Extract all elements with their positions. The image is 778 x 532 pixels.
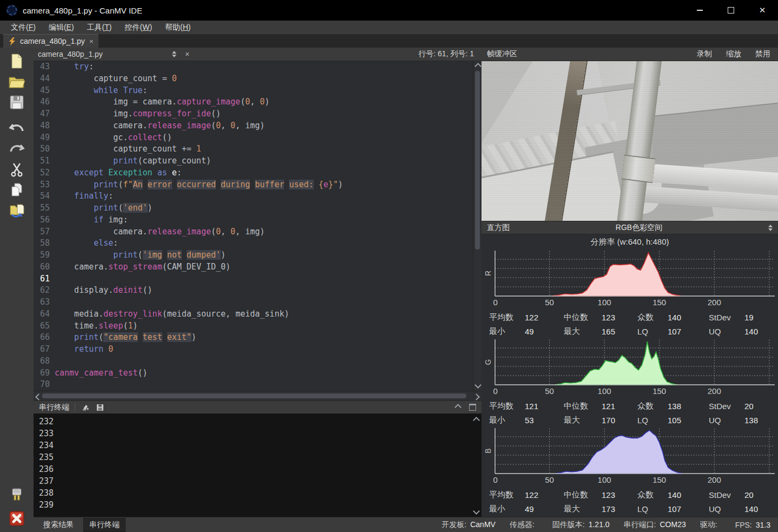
terminal-detach-icon[interactable] xyxy=(469,404,476,411)
image-grain xyxy=(482,61,778,221)
menu-item-E[interactable]: 编辑(E) xyxy=(42,21,81,34)
line-number: 57 xyxy=(34,226,55,238)
terminal-line: 232 xyxy=(39,416,482,428)
statusbar-tab-串行终端[interactable]: 串行终端 xyxy=(83,518,126,532)
stat-label: 最大 xyxy=(564,415,602,425)
token: ( xyxy=(211,121,216,130)
token: if xyxy=(94,215,103,225)
token xyxy=(172,180,177,189)
line-content: img.compress_for_ide() xyxy=(55,108,221,120)
token: deinit xyxy=(113,285,142,295)
token: test xyxy=(143,332,162,342)
token: capture_count += xyxy=(113,144,196,154)
redo-button[interactable] xyxy=(5,139,28,159)
code-line-61: 61 xyxy=(34,273,473,285)
token: not xyxy=(167,250,182,260)
cut-button[interactable] xyxy=(5,159,28,180)
serial-terminal[interactable]: 232233234235236237238239 xyxy=(34,413,482,517)
framebuffer-action-禁用[interactable]: 禁用 xyxy=(755,49,770,59)
save-file-button[interactable] xyxy=(5,92,28,113)
code-line-55: 55print('end') xyxy=(34,202,473,214)
x-tick: 0 xyxy=(493,298,497,307)
new-file-button[interactable] xyxy=(5,51,28,71)
editor-vscrollbar[interactable] xyxy=(473,61,482,391)
stat-value: 123 xyxy=(602,490,637,500)
statusbar-tab-搜索结果[interactable]: 搜索结果 xyxy=(38,518,79,531)
maximize-button[interactable] xyxy=(715,0,747,21)
line-content: gc.collect() xyxy=(55,132,172,144)
terminal-scroll-up-icon[interactable] xyxy=(473,417,480,424)
framebuffer-action-录制[interactable]: 录制 xyxy=(697,49,712,59)
tab-camera-480p-1[interactable]: camera_480p_1.py × xyxy=(3,34,98,48)
tab-close-icon[interactable]: × xyxy=(89,37,94,45)
scroll-left-icon[interactable] xyxy=(35,393,42,400)
line-content: while True: xyxy=(55,85,148,97)
line-number: 47 xyxy=(34,108,55,120)
terminal-scroll-down-icon[interactable] xyxy=(473,508,480,515)
vscroll-thumb[interactable] xyxy=(475,71,480,249)
status-bar: 搜索结果串行终端开发板:CanMV传感器:固件版本:1.21.0串行端口:COM… xyxy=(34,517,778,532)
menu-item-W[interactable]: 控件(W) xyxy=(118,21,159,34)
scroll-down-icon[interactable] xyxy=(474,382,482,389)
stat-label: 中位数 xyxy=(564,401,602,411)
code-line-57: 57camera.release_image(0, 0, img) xyxy=(34,226,473,238)
framebuffer-image[interactable] xyxy=(482,61,778,221)
scroll-right-icon[interactable] xyxy=(473,393,480,400)
title-bar: camera_480p_1.py - CanMV IDE ✕ xyxy=(0,0,778,21)
token: }" xyxy=(328,180,338,189)
terminal-save-button[interactable] xyxy=(96,404,104,411)
terminal-line: 235 xyxy=(39,451,482,463)
hscroll-thumb[interactable] xyxy=(42,393,466,398)
code-line-70: 70 xyxy=(34,379,473,391)
minimize-button[interactable] xyxy=(684,0,715,21)
token: () xyxy=(211,109,221,119)
token: True xyxy=(123,86,142,95)
token xyxy=(162,332,167,342)
stats-row: 平均数122中位数123众数140StDev19 xyxy=(482,310,778,324)
framebuffer-action-缩放[interactable]: 缩放 xyxy=(726,49,741,59)
code-line-64: 64media.destroy_link(meida_source, meida… xyxy=(34,308,473,320)
status-field: 驱动: xyxy=(700,520,721,530)
undo-button[interactable] xyxy=(5,118,28,139)
line-content: else: xyxy=(55,238,118,249)
menu-item-H[interactable]: 帮助(H) xyxy=(159,21,197,34)
token: 0 xyxy=(230,121,235,130)
line-content: finally: xyxy=(55,191,113,202)
token: camera. xyxy=(113,227,147,237)
paste-button[interactable] xyxy=(5,200,28,221)
menu-item-F[interactable]: 文件(F) xyxy=(4,21,42,34)
close-button[interactable]: ✕ xyxy=(747,0,778,21)
status-field-label: FPS: xyxy=(735,521,752,529)
token: time. xyxy=(74,321,98,331)
editor-split-close-icon[interactable]: × xyxy=(185,50,189,58)
colorspace-select[interactable]: RGB色彩空间 xyxy=(510,223,768,233)
code-line-54: 54finally: xyxy=(34,191,473,202)
x-tick: 100 xyxy=(598,475,611,484)
stat-label: 平均数 xyxy=(489,490,525,500)
stat-label: UQ xyxy=(709,327,744,336)
token: error xyxy=(148,180,172,189)
token: print xyxy=(113,250,137,260)
line-number: 46 xyxy=(34,96,55,108)
x-tick: 150 xyxy=(652,475,666,484)
stat-value: 123 xyxy=(602,313,637,322)
scroll-up-icon[interactable] xyxy=(474,63,482,70)
stop-button[interactable] xyxy=(5,508,28,529)
stat-label: 众数 xyxy=(637,401,668,411)
stat-value: 170 xyxy=(602,416,637,425)
code-area[interactable]: 43try:44capture_count = 045while True:46… xyxy=(34,61,473,391)
connect-button[interactable] xyxy=(5,484,28,505)
stat-label: StDev xyxy=(709,313,744,322)
editor-hscrollbar[interactable] xyxy=(34,391,482,400)
open-file-button[interactable] xyxy=(5,71,28,92)
token: sleep xyxy=(98,321,123,331)
menu-item-T[interactable]: 工具(T) xyxy=(81,21,118,34)
terminal-clear-button[interactable] xyxy=(82,403,90,411)
document-selector-spinner[interactable] xyxy=(172,51,176,57)
axis-label-R: R xyxy=(482,249,495,297)
colorspace-spinner-icon[interactable] xyxy=(768,225,778,231)
token: , xyxy=(221,121,230,130)
copy-button[interactable] xyxy=(5,180,28,200)
token: buffer xyxy=(255,180,284,189)
terminal-collapse-icon[interactable] xyxy=(454,404,461,411)
